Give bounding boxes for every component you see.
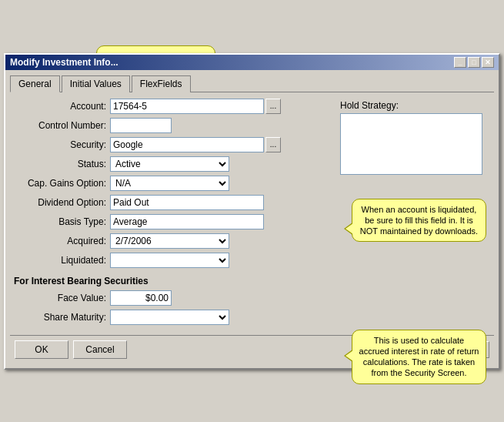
share-maturity-label: Share Maturity: [10, 312, 110, 323]
dividend-field-wrap [110, 195, 332, 210]
tab-bar: General Initial Values FlexFields [10, 75, 494, 92]
face-value-row: Face Value: [10, 290, 332, 306]
control-number-label: Control Number: [10, 120, 110, 131]
maximize-button[interactable]: □ [468, 57, 480, 68]
account-browse-button[interactable]: ... [265, 99, 281, 114]
maximize-icon: □ [472, 59, 476, 66]
title-bar: Modify Investment Info... _ □ ✕ [5, 55, 499, 70]
cap-gains-select[interactable]: N/A [110, 176, 229, 191]
cap-gains-label: Cap. Gains Option: [10, 178, 110, 189]
form-left: Account: ... Control Number: [10, 99, 332, 329]
cap-gains-field-wrap: N/A [110, 176, 332, 191]
ok-button[interactable]: OK [15, 340, 68, 359]
acquired-select[interactable]: 2/7/2006 [110, 233, 229, 249]
control-number-row: Control Number: [10, 118, 332, 133]
dialog-body: General Initial Values FlexFields Accoun… [5, 70, 499, 368]
minimize-button[interactable]: _ [454, 57, 466, 68]
acquired-row: Acquired: 2/7/2006 [10, 233, 332, 249]
form-area: Account: ... Control Number: [10, 99, 494, 329]
liquidated-row: Liquidated: [10, 253, 332, 268]
close-icon: ✕ [485, 59, 491, 66]
liquidated-label: Liquidated: [10, 255, 110, 266]
share-maturity-row: Share Maturity: [10, 310, 332, 325]
account-row: Account: ... [10, 99, 332, 114]
minimize-icon: _ [458, 59, 462, 66]
hold-strategy-label: Hold Strategy: [340, 100, 494, 111]
acquired-label: Acquired: [10, 236, 110, 246]
title-bar-buttons: _ □ ✕ [454, 57, 494, 68]
acquired-field-wrap: 2/7/2006 [110, 233, 332, 249]
account-input[interactable] [110, 99, 264, 114]
control-number-input[interactable] [110, 118, 172, 133]
security-row: Security: ... [10, 137, 332, 152]
control-number-field-wrap [110, 118, 332, 133]
status-select[interactable]: Active Inactive [110, 156, 229, 172]
status-field-wrap: Active Inactive [110, 156, 332, 172]
face-value-input[interactable] [110, 290, 172, 306]
basis-type-input[interactable] [110, 214, 264, 229]
cancel-button[interactable]: Cancel [73, 340, 127, 359]
tab-flexfields[interactable]: FlexFields [132, 75, 191, 92]
face-value-label: Face Value: [10, 293, 110, 303]
security-field-wrap: ... [110, 137, 332, 152]
dividend-label: Dividend Option: [10, 197, 110, 208]
account-label: Account: [10, 101, 110, 112]
basis-type-field-wrap [110, 214, 332, 229]
account-field-wrap: ... [110, 99, 332, 114]
basis-type-label: Basis Type: [10, 216, 110, 227]
share-maturity-field-wrap [110, 310, 332, 325]
close-button[interactable]: ✕ [482, 57, 494, 68]
status-row: Status: Active Inactive [10, 156, 332, 172]
liquidated-field-wrap [110, 253, 332, 268]
cap-gains-row: Cap. Gains Option: N/A [10, 176, 332, 191]
face-value-field-wrap [110, 290, 332, 306]
basis-type-row: Basis Type: [10, 214, 332, 229]
security-browse-button[interactable]: ... [265, 137, 281, 152]
tooltip-liquidated: When an account is liquidated, be sure t… [352, 199, 486, 243]
dialog-title: Modify Investment Info... [10, 57, 118, 68]
security-input[interactable] [110, 137, 264, 152]
status-label: Status: [10, 159, 110, 169]
security-label: Security: [10, 139, 110, 150]
modify-investment-dialog: Modify Investment Info... _ □ ✕ General [4, 53, 500, 370]
tab-general[interactable]: General [10, 75, 60, 92]
interest-section: For Interest Bearing Securities [14, 276, 332, 286]
share-maturity-select[interactable] [110, 310, 229, 325]
tooltip-share-maturity: This is used to calculate accrued intere… [352, 330, 486, 384]
interest-section-header: For Interest Bearing Securities [14, 276, 149, 286]
bottom-left-buttons: OK Cancel [15, 340, 127, 359]
hold-strategy-box[interactable] [340, 113, 482, 175]
liquidated-select[interactable] [110, 253, 229, 268]
tab-initial-values[interactable]: Initial Values [62, 75, 130, 92]
dividend-row: Dividend Option: [10, 195, 332, 210]
dividend-input[interactable] [110, 195, 264, 210]
